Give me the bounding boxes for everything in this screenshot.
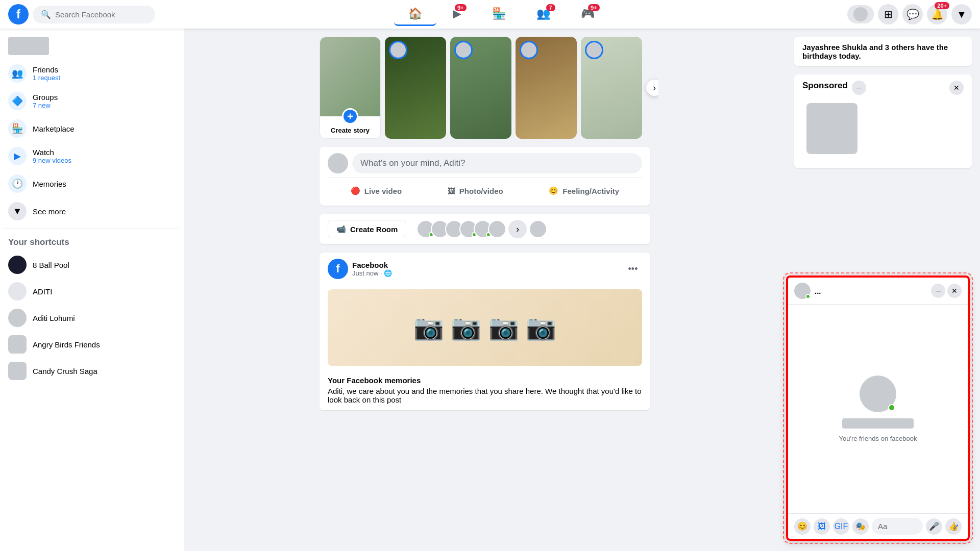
notifications-badge: 20+: [935, 2, 949, 9]
create-room-row: 📹 Create Room ›: [320, 214, 650, 244]
angry-birds-label: Angry Birds Friends: [33, 340, 100, 349]
photo-video-label: Photo/video: [459, 187, 503, 195]
marketplace-sidebar-icon: 🏪: [8, 119, 27, 138]
shortcut-aditi-lohumi[interactable]: Aditi Lohumi: [4, 305, 180, 331]
create-story-card[interactable]: + Create story: [320, 37, 381, 139]
topnav-right: ⊞ 💬 🔔 20+ ▼: [847, 4, 972, 24]
friends-more-button[interactable]: ›: [508, 220, 527, 238]
friend-avatar-extra[interactable]: [529, 220, 547, 238]
story-card-2[interactable]: [450, 37, 511, 139]
story-3-avatar: [520, 41, 538, 59]
messenger-input[interactable]: Aa: [872, 518, 923, 535]
story-4-avatar: [585, 41, 603, 59]
topnav-center: 🏠 ▶ 9+ 🏪 👥 7 🎮 9+: [394, 3, 609, 26]
messenger-button[interactable]: 💬: [902, 4, 923, 24]
birthday-text: Jayashree Shukla and 3 others have the b…: [802, 43, 964, 60]
feeling-icon: 😊: [549, 186, 558, 195]
create-story-image-area: +: [320, 37, 380, 116]
sponsored-collapse-button[interactable]: ─: [852, 81, 866, 95]
create-story-plus-icon: +: [342, 108, 358, 124]
sidebar-item-memories[interactable]: 🕐 Memories: [4, 170, 180, 197]
nav-gaming-button[interactable]: 🎮 9+: [567, 3, 609, 26]
post-box: What's on your mind, Aditi? 🔴 Live video…: [320, 147, 650, 206]
search-input[interactable]: [55, 10, 147, 19]
notifications-button[interactable]: 🔔 20+: [927, 4, 947, 24]
groups-sidebar-icon: 🔷: [8, 92, 27, 110]
photo-video-button[interactable]: 🖼 Photo/video: [439, 182, 511, 199]
expand-button[interactable]: ⤢: [947, 518, 964, 535]
account-menu-button[interactable]: ▼: [951, 4, 972, 24]
messenger-icon: 💬: [906, 8, 919, 20]
live-video-label: Live video: [364, 187, 402, 195]
image-attach-button[interactable]: 🖼: [814, 518, 830, 535]
friend-avatar-6[interactable]: [488, 220, 506, 238]
sidebar-item-see-more[interactable]: ▼ See more: [4, 198, 180, 224]
search-box[interactable]: 🔍: [33, 6, 155, 23]
friends-online-row: ›: [412, 220, 642, 238]
sponsored-close-button[interactable]: ✕: [949, 81, 964, 95]
sponsored-item-1[interactable]: [802, 99, 964, 158]
messenger-footer: 😊 🖼 GIF 🎭 Aa 🎤 👍 ⤢: [788, 513, 968, 539]
shortcut-angry-birds[interactable]: Angry Birds Friends: [4, 331, 180, 358]
sponsored-header: Sponsored ─ ✕: [802, 81, 964, 95]
post-input[interactable]: What's on your mind, Aditi?: [352, 153, 642, 173]
shortcut-candy-crush[interactable]: Candy Crush Saga: [4, 358, 180, 384]
messenger-online-dot: [805, 294, 811, 299]
8ball-icon: [8, 256, 27, 274]
sidebar-profile-item[interactable]: [4, 33, 180, 59]
aditi-lohumi-icon: [8, 309, 27, 327]
nav-groups-button[interactable]: 👥 7: [522, 3, 565, 26]
story-card-3[interactable]: [516, 37, 577, 139]
sidebar-item-friends[interactable]: 👥 Friends 1 request: [4, 60, 180, 87]
topnav-left: f 🔍: [8, 4, 155, 24]
story-card-1[interactable]: [385, 37, 446, 139]
watch-badge: 9+: [455, 4, 467, 11]
nav-marketplace-button[interactable]: 🏪: [478, 3, 520, 26]
groups-sub: 7 new: [33, 102, 58, 109]
messenger-close-icon: ✕: [951, 287, 958, 295]
grid-menu-button[interactable]: ⊞: [878, 4, 898, 24]
8ball-label: 8 Ball Pool: [33, 261, 69, 269]
memory-post-body: Your Facebook memories Aditi, we care ab…: [320, 370, 650, 410]
post-actions: 🔴 Live video 🖼 Photo/video 😊 Feeling/Act…: [328, 182, 642, 199]
memories-sidebar-icon: 🕐: [8, 174, 27, 193]
memory-more-button[interactable]: •••: [624, 260, 642, 278]
memory-post-title-text: Your Facebook memories: [328, 376, 642, 385]
gif-button[interactable]: GIF: [833, 518, 849, 535]
shortcut-aditi[interactable]: ADITI: [4, 278, 180, 305]
groups-label: Groups: [33, 93, 58, 102]
watch-sidebar-icon: ▶: [8, 147, 27, 165]
emoji-icon: 😊: [797, 521, 807, 531]
live-video-button[interactable]: 🔴 Live video: [342, 182, 410, 199]
friends-icon: 👥: [8, 64, 27, 83]
post-box-top: What's on your mind, Aditi?: [328, 153, 642, 173]
aditi-icon: [8, 282, 27, 300]
nav-watch-button[interactable]: ▶ 9+: [438, 3, 476, 26]
facebook-logo[interactable]: f: [8, 4, 29, 24]
post-user-avatar: [328, 153, 348, 173]
top-navigation: f 🔍 🏠 ▶ 9+ 🏪 👥 7 🎮 9+ ⊞: [0, 0, 980, 29]
birthday-name1: Jayashree Shukla: [802, 43, 867, 52]
sidebar-item-groups[interactable]: 🔷 Groups 7 new: [4, 88, 180, 114]
messenger-friend-name-bar: [842, 418, 914, 429]
grid-icon: ⊞: [884, 8, 893, 20]
shortcut-8ball[interactable]: 8 Ball Pool: [4, 252, 180, 278]
emoji-button[interactable]: 😊: [794, 518, 811, 535]
nav-home-button[interactable]: 🏠: [394, 3, 436, 26]
messenger-minimize-button[interactable]: ─: [931, 284, 945, 298]
image-icon: 🖼: [818, 522, 826, 531]
sticker-button[interactable]: 🎭: [852, 518, 869, 535]
messenger-close-button[interactable]: ✕: [947, 284, 962, 298]
sidebar-item-watch[interactable]: ▶ Watch 9 new videos: [4, 143, 180, 169]
stories-next-button[interactable]: ›: [646, 80, 658, 96]
audio-button[interactable]: 🎤: [926, 518, 942, 535]
birthday-box: Jayashree Shukla and 3 others have the b…: [794, 37, 972, 66]
marketplace-label: Marketplace: [33, 124, 75, 133]
friends-label: Friends: [33, 65, 60, 74]
feeling-activity-button[interactable]: 😊 Feeling/Activity: [541, 182, 627, 199]
profile-button[interactable]: [847, 5, 874, 23]
sidebar-item-marketplace[interactable]: 🏪 Marketplace: [4, 115, 180, 142]
story-card-4[interactable]: [581, 37, 642, 139]
create-room-button[interactable]: 📹 Create Room: [328, 220, 406, 238]
birthday-text-mid: and: [869, 43, 885, 52]
